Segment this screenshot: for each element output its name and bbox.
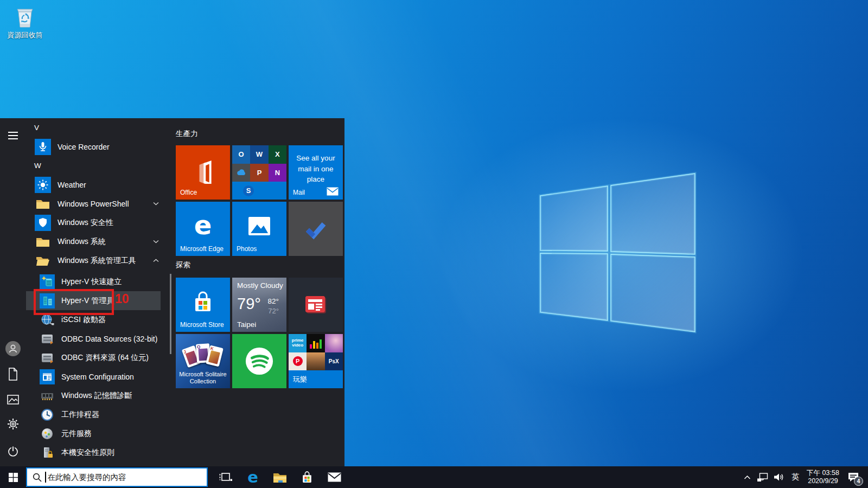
start-menu-item-windows-admin-tools[interactable]: Windows 系統管理工具 (26, 251, 170, 270)
tile-news[interactable] (289, 278, 343, 332)
taskbar-search-box[interactable] (26, 467, 208, 487)
start-menu-item-odbc-64[interactable]: ODBC 資料來源 (64 位元) (26, 348, 170, 367)
app-label: Hyper-V 快速建立 (61, 277, 122, 287)
app-label: ODBC Data Sources (32-bit) (61, 335, 157, 343)
app-label: 元件服務 (61, 429, 92, 439)
onenote-icon: N (269, 164, 286, 182)
app-label: 本機安全性原則 (61, 448, 114, 458)
start-menu-item-windows-system[interactable]: Windows 系統 (26, 232, 170, 251)
power-button[interactable] (5, 444, 21, 459)
tray-clock[interactable]: 下午 03:58 2020/9/29 (804, 466, 842, 488)
start-menu-item-memory-diagnostic[interactable]: Windows 記憶體診斷 (26, 386, 170, 405)
recycle-bin-desktop-icon[interactable]: 資源回收筒 (4, 4, 46, 40)
tile-group-title-productivity[interactable]: 生產力 (176, 129, 198, 139)
todo-check-icon (301, 214, 331, 244)
skype-strip: S (232, 182, 286, 200)
task-view-button[interactable] (212, 466, 239, 488)
search-input[interactable] (48, 473, 207, 481)
start-menu-item-windows-powershell[interactable]: Windows PowerShell (26, 194, 170, 213)
taskbar-edge-button[interactable]: e (239, 466, 266, 488)
gear-icon (7, 418, 19, 430)
app-list-scrollbar[interactable] (170, 274, 171, 354)
tile-label: Mail (293, 189, 305, 196)
tray-network[interactable] (754, 466, 770, 488)
word-glyph: W (256, 150, 263, 158)
start-button[interactable] (0, 466, 26, 488)
tile-microsoft-edge[interactable]: e Microsoft Edge (176, 202, 230, 256)
component-services-icon (40, 426, 55, 441)
office-logo-icon (189, 156, 217, 184)
system-tray: 英 下午 03:58 2020/9/29 4 (740, 466, 868, 488)
section-header-w[interactable]: W (26, 156, 170, 175)
start-menu-item-system-configuration[interactable]: System Configuration (26, 367, 170, 386)
start-menu-item-local-security-policy[interactable]: 本機安全性原則 (26, 443, 170, 462)
solitaire-cards: J Q K (176, 338, 230, 371)
tray-date: 2020/9/29 (807, 477, 839, 485)
weather-low: 72° (268, 307, 279, 315)
app-label: iSCSI 啟動器 (61, 315, 106, 325)
annotation-highlight-box (34, 289, 114, 315)
section-header-v[interactable]: V (26, 118, 170, 137)
photos-icon (247, 214, 272, 239)
tile-weather[interactable]: Mostly Cloudy 79° 82° 72° Taipei (232, 278, 286, 332)
mail-envelope-icon (328, 472, 341, 482)
start-menu-item-windows-security[interactable]: Windows 安全性 (26, 213, 170, 232)
tile-spotify[interactable] (232, 334, 286, 388)
power-icon (7, 445, 19, 457)
game-scene-icon (307, 352, 324, 371)
onedrive-icon (232, 164, 250, 182)
folder-icon (35, 196, 51, 212)
tile-label: 玩樂 (293, 375, 307, 384)
taskbar-mail-button[interactable] (321, 466, 348, 488)
word-icon: W (250, 145, 268, 164)
recycle-bin-label: 資源回收筒 (4, 30, 46, 40)
windows-logo-wallpaper (529, 163, 703, 342)
tray-volume[interactable] (770, 466, 787, 488)
start-menu-item-voice-recorder[interactable]: Voice Recorder (26, 137, 170, 156)
excel-glyph: X (275, 150, 280, 158)
tile-office-suite[interactable]: O W X P N S (232, 145, 286, 200)
tile-solitaire[interactable]: J Q K Microsoft Solitaire Collection (176, 334, 230, 388)
folder-open-icon (35, 253, 51, 269)
expand-menu-button[interactable] (5, 128, 21, 143)
tray-show-hidden-icons[interactable] (740, 466, 754, 488)
tray-language-indicator[interactable]: 英 (787, 466, 804, 488)
settings-button[interactable] (5, 416, 21, 432)
tile-grid-productivity: Office O W X P N S (176, 145, 343, 256)
start-menu-item-task-scheduler[interactable]: 工作排程器 (26, 405, 170, 424)
tile-mail[interactable]: See all your mail in one place Mail (289, 145, 343, 200)
onenote-glyph: N (275, 169, 280, 177)
tile-microsoft-store[interactable]: Microsoft Store (176, 278, 230, 332)
tile-photos[interactable]: Photos (232, 202, 286, 256)
start-menu: V Voice Recorder W (0, 118, 344, 466)
prime-video-label: prime video (289, 338, 307, 348)
user-account-button[interactable] (5, 341, 21, 356)
pictures-button[interactable] (5, 392, 21, 407)
start-menu-item-hyperv-quick-create[interactable]: Hyper-V 快速建立 (26, 272, 170, 291)
mail-tile-message: See all your mail in one place (289, 153, 343, 185)
tile-group-title-explore[interactable]: 探索 (176, 260, 190, 270)
excel-icon: X (269, 145, 286, 164)
psx-label: PsX (329, 358, 339, 364)
app-label: System Configuration (61, 373, 134, 381)
store-bag-icon (301, 470, 314, 484)
tile-office[interactable]: Office (176, 145, 230, 200)
text-caret (45, 472, 46, 483)
folder-icon (35, 234, 51, 250)
recycle-bin-icon (12, 4, 37, 29)
odbc-icon (40, 331, 55, 346)
office-suite-grid: O W X P N (232, 145, 286, 182)
start-menu-item-odbc-32[interactable]: ODBC Data Sources (32-bit) (26, 329, 170, 348)
pinterest-icon: P (289, 352, 307, 371)
taskbar-file-explorer-button[interactable] (266, 466, 293, 488)
tile-play[interactable]: prime video P PsX 玩樂 (289, 334, 343, 388)
outlook-icon: O (232, 145, 250, 164)
documents-button[interactable] (5, 367, 21, 382)
hyperv-quick-create-icon (40, 274, 55, 290)
start-menu-item-weather[interactable]: Weather (26, 175, 170, 194)
action-center-button[interactable]: 4 (842, 466, 865, 488)
prime-video-icon: prime video (289, 334, 307, 352)
tile-to-do[interactable] (289, 202, 343, 256)
taskbar-store-button[interactable] (293, 466, 321, 488)
start-menu-item-component-services[interactable]: 元件服務 (26, 424, 170, 443)
